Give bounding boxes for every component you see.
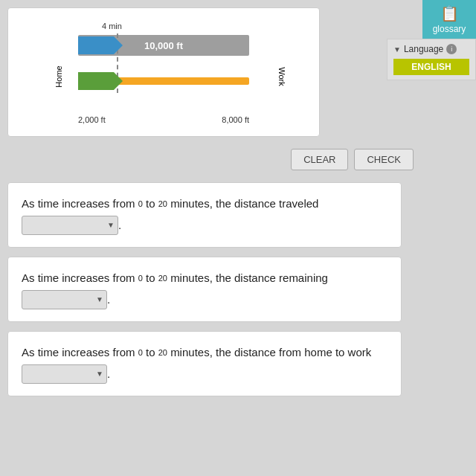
q2-text-before: As time increases from [22, 271, 135, 284]
question-card-2: As time increases from 0 to 20 minutes, … [7, 257, 402, 322]
q1-num-to: 20 [158, 199, 167, 208]
q3-dropdown[interactable]: ▼ [22, 364, 107, 384]
green-arrow-icon [78, 72, 123, 90]
q2-num-to: 20 [158, 274, 167, 283]
time-label: 4 min [102, 22, 122, 30]
x-labels: 2,000 ft 8,000 ft [78, 115, 249, 124]
q3-num-to: 20 [158, 348, 167, 357]
q1-text-before: As time increases from [22, 197, 135, 210]
q3-period: . [107, 365, 110, 383]
q2-dropdown[interactable]: ▼ [22, 290, 107, 309]
gray-bar-label: 10,000 ft [144, 40, 183, 51]
svg-marker-1 [78, 72, 123, 90]
main-content: Home Work 4 min 10,000 ft [7, 7, 416, 405]
chart-panel: Home Work 4 min 10,000 ft [7, 7, 320, 137]
q3-text-after: minutes, the distance from home to work [170, 346, 371, 358]
green-arrow-container [78, 72, 123, 92]
info-icon[interactable]: i [446, 44, 457, 54]
q3-text-to: to [146, 346, 155, 358]
clear-button[interactable]: CLEAR [291, 149, 348, 170]
q1-text-after: minutes, the distance traveled [170, 197, 318, 210]
y-label-home: Home [54, 65, 63, 87]
glossary-button[interactable]: 📋 glossary [422, 0, 476, 39]
svg-marker-0 [78, 36, 123, 54]
q1-num-from: 0 [138, 199, 143, 208]
q2-num-from: 0 [138, 274, 143, 283]
check-button[interactable]: CHECK [354, 149, 414, 170]
x-label-right: 8,000 ft [222, 115, 249, 124]
blue-arrow-icon [78, 36, 123, 54]
q1-text-to: to [146, 197, 155, 210]
clipboard-icon: 📋 [440, 4, 459, 22]
x-label-left: 2,000 ft [78, 115, 106, 124]
q2-dropdown-arrow: ▼ [96, 294, 103, 306]
q2-text-after: minutes, the distance remaining [170, 271, 328, 284]
q3-dropdown-arrow: ▼ [96, 368, 103, 380]
q1-dropdown[interactable]: ▼ [22, 216, 118, 235]
chart-inner: Home Work 4 min 10,000 ft [63, 20, 264, 124]
question-card-1: As time increases from 0 to 20 minutes, … [7, 182, 402, 248]
q3-text-before: As time increases from [22, 346, 135, 358]
glossary-label: glossary [433, 24, 466, 34]
y-label-work: Work [277, 67, 286, 86]
buttons-row: CLEAR CHECK [7, 149, 416, 170]
q2-text-to: to [146, 271, 155, 284]
q3-num-from: 0 [138, 348, 143, 357]
question-card-3: As time increases from 0 to 20 minutes, … [7, 331, 402, 396]
blue-arrow-container [78, 36, 123, 57]
q2-period: . [107, 291, 110, 309]
q1-dropdown-arrow: ▼ [107, 219, 115, 231]
q1-period: . [118, 216, 121, 234]
